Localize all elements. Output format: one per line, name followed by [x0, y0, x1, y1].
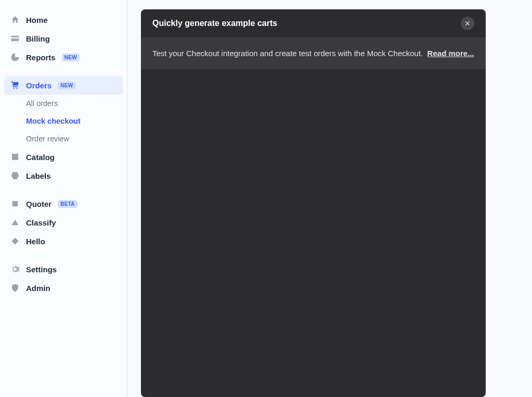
info-banner: Quickly generate example carts Test your…	[141, 9, 486, 397]
svg-rect-5	[12, 154, 18, 155]
nav-label: Catalog	[26, 153, 55, 162]
svg-rect-1	[11, 37, 19, 38]
nav-orders[interactable]: Orders NEW	[4, 76, 123, 95]
nav-labels[interactable]: Labels	[4, 166, 123, 185]
svg-rect-9	[12, 201, 18, 207]
nav-label: Labels	[26, 171, 51, 180]
nav-label: Settings	[26, 265, 57, 274]
svg-point-3	[17, 88, 18, 89]
nav-billing[interactable]: Billing	[4, 29, 123, 48]
nav-hello[interactable]: Hello	[4, 232, 123, 250]
nav-settings[interactable]: Settings	[4, 260, 123, 279]
nav-catalog[interactable]: Catalog	[4, 148, 123, 166]
new-badge: NEW	[58, 82, 75, 89]
svg-rect-6	[12, 172, 18, 174]
nav-all-orders[interactable]: All orders	[4, 95, 123, 112]
diamond-icon	[10, 236, 20, 246]
nav-label: Classify	[26, 218, 56, 227]
nav-label: Hello	[26, 237, 45, 246]
cart-icon	[10, 81, 20, 90]
nav-order-review[interactable]: Order review	[4, 130, 123, 148]
nav-label: Quoter	[26, 200, 51, 208]
nav-reports[interactable]: Reports NEW	[4, 48, 123, 67]
nav-label: Orders	[26, 81, 51, 90]
banner-body: Test your Checkout integration and creat…	[141, 37, 486, 69]
nav-label: Reports	[26, 53, 56, 62]
banner-text: Test your Checkout integration and creat…	[152, 49, 423, 58]
svg-rect-4	[12, 155, 18, 161]
shield-icon	[10, 283, 20, 293]
card-icon	[10, 34, 20, 43]
nav-home[interactable]: Home	[4, 10, 123, 29]
triangle-icon	[10, 218, 20, 227]
nav-label: Billing	[26, 34, 50, 43]
print-icon	[10, 171, 20, 180]
beta-badge: BETA	[58, 200, 77, 208]
close-icon[interactable]	[461, 17, 474, 30]
nav-classify[interactable]: Classify	[4, 213, 123, 232]
svg-rect-8	[13, 177, 18, 179]
nav-quoter[interactable]: Quoter BETA	[4, 194, 123, 213]
read-more-link[interactable]: Read more...	[427, 49, 474, 58]
banner-title: Quickly generate example carts	[152, 19, 277, 28]
sidebar: Home Billing Reports NEW Orders NEW All …	[0, 0, 127, 397]
svg-point-2	[14, 88, 15, 89]
nav-admin[interactable]: Admin	[4, 279, 123, 297]
gear-icon	[10, 264, 20, 274]
home-icon	[10, 15, 20, 24]
square-icon	[10, 199, 20, 208]
pie-icon	[10, 52, 20, 62]
new-badge: NEW	[62, 54, 80, 61]
nav-label: Home	[26, 16, 48, 24]
nav-label: Admin	[26, 284, 50, 293]
box-icon	[10, 152, 20, 162]
nav-mock-checkout[interactable]: Mock checkout	[4, 112, 123, 130]
